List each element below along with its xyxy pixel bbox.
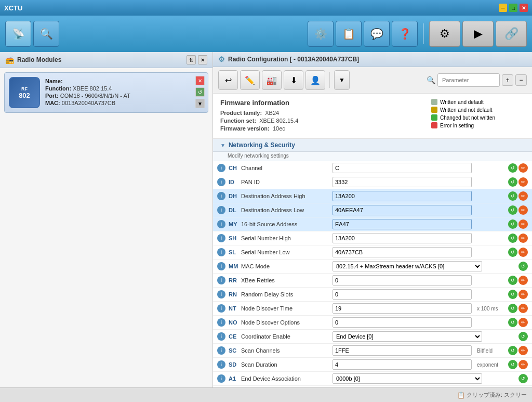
param-info-button[interactable]: i <box>217 192 225 200</box>
param-info-button[interactable]: i <box>217 374 225 383</box>
param-row: iDHDestination Address High↺✏ <box>213 189 532 203</box>
param-name: MAC Mode <box>241 263 329 269</box>
param-save-button[interactable]: ↺ <box>508 346 517 355</box>
param-input[interactable] <box>332 205 472 215</box>
param-info-button[interactable]: i <box>217 248 225 256</box>
param-save-button[interactable]: ↺ <box>508 219 517 229</box>
search-devices-button[interactable]: 🔍 <box>33 21 59 47</box>
param-save-button[interactable]: ↺ <box>508 290 517 299</box>
close-button[interactable]: ✕ <box>520 4 528 12</box>
param-input[interactable] <box>332 219 472 229</box>
param-row: iNTNode Discover Timex 100 ms↺✏ <box>213 302 532 316</box>
param-edit-button[interactable]: ✏ <box>518 276 528 285</box>
profile-button[interactable]: 👤 <box>305 70 325 90</box>
param-input[interactable] <box>332 303 472 314</box>
param-edit-button[interactable]: ✏ <box>518 290 528 299</box>
param-code: CH <box>229 165 241 171</box>
param-save-button[interactable]: ↺ <box>508 360 517 369</box>
param-info-button[interactable]: i <box>217 234 225 242</box>
param-info-button[interactable]: i <box>217 290 225 299</box>
param-save-button[interactable]: ↺ <box>518 262 528 271</box>
minimize-button[interactable]: ─ <box>499 4 507 12</box>
param-select[interactable]: 802.15.4 + MaxStream header w/ACKS [0] <box>332 261 482 271</box>
legend-written-default: Written and default <box>431 99 525 105</box>
download-button[interactable]: ⬇ <box>284 70 303 90</box>
add-device-button[interactable]: 📡 <box>5 21 31 47</box>
chat-button[interactable]: 💬 <box>364 21 390 47</box>
search-add-button[interactable]: + <box>502 74 513 86</box>
param-info-button[interactable]: i <box>217 332 225 341</box>
network-button[interactable]: 🔗 <box>496 21 527 47</box>
param-edit-button[interactable]: ✏ <box>518 346 528 355</box>
param-save-button[interactable]: ↺ <box>508 177 517 187</box>
close-panel-button[interactable]: ✕ <box>198 55 207 64</box>
param-edit-button[interactable]: ✏ <box>518 318 528 327</box>
param-info-button[interactable]: i <box>217 262 225 270</box>
param-save-button[interactable]: ↺ <box>508 205 517 215</box>
param-edit-button[interactable]: ✏ <box>518 163 528 173</box>
param-input[interactable] <box>332 177 472 187</box>
search-input[interactable] <box>437 73 500 87</box>
device-more-button[interactable]: ▼ <box>195 99 205 108</box>
param-info-button[interactable]: i <box>217 304 225 313</box>
more-button[interactable]: ▼ <box>334 70 350 90</box>
param-save-button[interactable]: ↺ <box>508 318 517 327</box>
param-save-button[interactable]: ↺ <box>518 374 528 383</box>
param-input[interactable] <box>332 317 472 328</box>
param-save-button[interactable]: ↺ <box>508 304 517 313</box>
param-input[interactable] <box>332 163 472 173</box>
terminal-button[interactable]: ▶ <box>462 21 494 47</box>
param-edit-button[interactable]: ✏ <box>518 219 528 229</box>
param-edit-button[interactable]: ✏ <box>518 360 528 369</box>
param-info-button[interactable]: i <box>217 178 225 186</box>
param-edit-button[interactable]: ✏ <box>518 205 528 215</box>
window-controls: ─ □ ✕ <box>499 4 528 12</box>
device-card[interactable]: RF 802 Name: Function: XBEE 802.15.4 Por… <box>4 72 208 113</box>
help-button[interactable]: ❓ <box>392 21 418 47</box>
param-info-button[interactable]: i <box>217 318 225 327</box>
param-input[interactable] <box>332 275 472 286</box>
param-info-button[interactable]: i <box>217 220 225 228</box>
search-remove-button[interactable]: − <box>515 74 527 86</box>
factory-button[interactable]: 🏭 <box>262 70 282 90</box>
param-select[interactable]: End Device [0] <box>332 331 482 342</box>
param-save-button[interactable]: ↺ <box>508 276 517 285</box>
param-info-button[interactable]: i <box>217 346 225 355</box>
networking-security-header[interactable]: ▼ Networking & Security <box>213 139 532 152</box>
settings-button[interactable]: ⚙ <box>429 21 460 47</box>
device-refresh-button[interactable]: ↺ <box>195 87 205 97</box>
param-actions: ↺✏ <box>508 346 528 355</box>
param-save-button[interactable]: ↺ <box>508 248 517 257</box>
param-edit-button[interactable]: ✏ <box>518 177 528 187</box>
param-info-button[interactable]: i <box>217 164 225 172</box>
param-info-button[interactable]: i <box>217 360 225 369</box>
param-edit-button[interactable]: ✏ <box>518 304 528 313</box>
param-edit-button[interactable]: ✏ <box>518 191 528 201</box>
param-info-button[interactable]: i <box>217 206 225 214</box>
maximize-button[interactable]: □ <box>509 4 517 12</box>
write-button[interactable]: ✏️ <box>240 70 260 90</box>
tools-button[interactable]: ⚙️ <box>308 21 334 47</box>
param-input[interactable] <box>332 233 472 243</box>
param-save-button[interactable]: ↺ <box>508 163 517 173</box>
param-edit-button[interactable]: ✏ <box>518 248 528 257</box>
param-edit-button[interactable]: ✏ <box>518 234 528 243</box>
revert-button[interactable]: ↩ <box>218 70 238 90</box>
param-input[interactable] <box>332 345 472 356</box>
param-save-button[interactable]: ↺ <box>508 191 517 201</box>
param-code: SC <box>229 347 241 354</box>
param-save-button[interactable]: ↺ <box>518 332 528 341</box>
device-close-button[interactable]: ✕ <box>195 76 205 85</box>
param-info-button[interactable]: i <box>217 276 225 284</box>
param-input[interactable] <box>332 359 472 370</box>
param-save-button[interactable]: ↺ <box>508 234 517 243</box>
log-button[interactable]: 📋 <box>336 21 362 47</box>
param-select[interactable]: 0000b [0] <box>332 373 482 384</box>
param-input[interactable] <box>332 191 472 201</box>
param-input[interactable] <box>332 289 472 300</box>
param-code: SD <box>229 361 241 368</box>
firmware-version-row: Firmware version: 10ec <box>220 125 416 132</box>
param-input[interactable] <box>332 247 472 257</box>
top-toolbar: 📡 🔍 ⚙️ 📋 💬 ❓ ⚙ ▶ 🔗 <box>0 16 532 52</box>
sort-button[interactable]: ⇅ <box>187 55 196 64</box>
